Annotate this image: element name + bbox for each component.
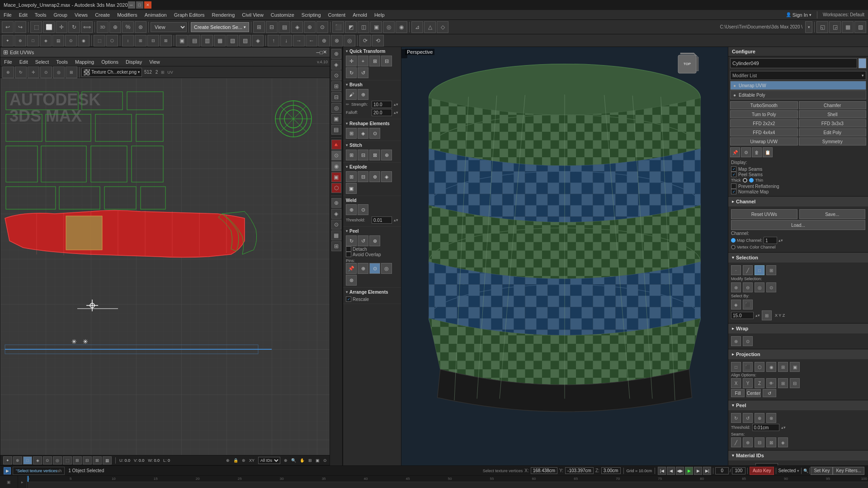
mod-btn-shell[interactable]: Shell <box>799 110 867 118</box>
grow-sel-icon[interactable]: ⊕ <box>731 282 741 292</box>
mod-settings-icon[interactable]: ⚙ <box>741 147 751 157</box>
menu-views[interactable]: Views <box>71 11 91 19</box>
tb-icon4[interactable]: ◈ <box>291 21 303 33</box>
li-btn1[interactable]: ⊕ <box>331 49 341 59</box>
sel-edge-icon[interactable]: ╱ <box>743 265 753 275</box>
scale-btn[interactable]: ⟺ <box>81 21 93 33</box>
falloff-spinner[interactable]: ▴▾ <box>394 110 398 115</box>
sel-by-sm-icon[interactable]: ◈ <box>731 300 741 310</box>
explode-header[interactable]: ▾ Explode <box>346 164 398 169</box>
arrange-header[interactable]: ▾ Arrange Elements <box>346 290 398 295</box>
map-channel-spinner[interactable]: ▴▾ <box>778 238 783 243</box>
tb-icon1[interactable]: ⊞ <box>253 21 265 33</box>
tb2-btn17[interactable]: ▦ <box>214 35 226 47</box>
peel-detach-cb[interactable] <box>346 246 351 252</box>
li-btn8[interactable]: ▤ <box>331 125 341 135</box>
rescale-cb[interactable]: ✓ <box>346 296 351 302</box>
texture-selector[interactable]: Texture Ch...ecker.png ▾ <box>81 68 142 77</box>
tb2-btn1[interactable]: ✦ <box>2 35 14 47</box>
li-bot5[interactable]: ⊞ <box>331 241 341 251</box>
li-mat5[interactable]: ⬡ <box>331 183 341 193</box>
proj-box-icon[interactable]: ⬛ <box>743 362 753 372</box>
menu-file[interactable]: File <box>0 11 15 19</box>
menu-modifiers[interactable]: Modifiers <box>113 11 141 19</box>
pb-last[interactable]: ▶| <box>703 467 711 475</box>
weld-spinner[interactable]: ▴▾ <box>394 218 398 222</box>
tb-icon12[interactable]: ◉ <box>396 21 407 33</box>
li-bot3[interactable]: ⊙ <box>331 220 341 230</box>
wrap-icon1[interactable]: ⊕ <box>731 336 741 346</box>
uv-tool1[interactable]: ✦ <box>3 456 12 465</box>
uv-tool6[interactable]: ◎ <box>53 456 62 465</box>
align-icons5[interactable]: ⊟ <box>790 378 800 388</box>
uv-tb-btn6[interactable]: ⊞ <box>66 66 77 78</box>
proj-sph-icon[interactable]: ◉ <box>766 362 776 372</box>
uv-canvas[interactable]: AUTODESK 3DS MAX <box>0 78 330 465</box>
uv-tool8[interactable]: ⊞ <box>73 456 82 465</box>
reshape-icon3[interactable]: ⊙ <box>369 128 380 139</box>
uv-tool9[interactable]: ⊟ <box>83 456 92 465</box>
tb2-btn5[interactable]: ▤ <box>52 35 64 47</box>
uv-minimize-btn[interactable]: ─ <box>316 50 320 55</box>
menu-create[interactable]: Create <box>91 11 113 19</box>
peel-icon3[interactable]: ⊕ <box>369 235 380 246</box>
tb2-btn24[interactable]: ← <box>306 35 317 47</box>
tb2-btn10[interactable]: ↕ <box>122 35 134 47</box>
close-btn[interactable]: ✕ <box>144 1 151 9</box>
li-mat3[interactable]: ◉ <box>331 161 341 171</box>
li-mat2[interactable]: ⊙ <box>331 150 341 160</box>
mod-btn-ffd3[interactable]: FFD 3x3x3 <box>799 119 867 127</box>
tb-icon3[interactable]: ▤ <box>278 21 290 33</box>
tb2-btn19[interactable]: ▨ <box>239 35 251 47</box>
align-y-icon[interactable]: Y <box>743 378 753 388</box>
loop-sel-icon[interactable]: ⊙ <box>766 282 776 292</box>
angle-snap-btn[interactable]: ⊕ <box>109 21 121 33</box>
li-bot2[interactable]: ◈ <box>331 209 341 219</box>
menu-customize[interactable]: Customize <box>267 11 298 19</box>
projection-header[interactable]: ▸ Projection <box>728 349 868 359</box>
tb2-btn23[interactable]: → <box>293 35 305 47</box>
mod-btn-unwrap[interactable]: Unwrap UVW <box>730 137 798 145</box>
peel-avoid-overlap-check[interactable]: Avoid Overlap <box>346 252 398 257</box>
timeline-track[interactable]: 0 5 10 15 20 25 30 35 40 45 50 55 60 65 … <box>27 476 868 488</box>
prevent-refl-cb[interactable] <box>731 183 736 189</box>
qt-icon4[interactable]: ⊟ <box>381 56 392 66</box>
reset-uvws-btn[interactable]: Reset UVWs <box>731 209 797 219</box>
uv-tb-btn2[interactable]: ↻ <box>15 66 27 78</box>
map-seams-cb[interactable]: ✓ <box>731 166 736 172</box>
peel-seam-icon3[interactable]: ⊟ <box>755 437 764 447</box>
strength-input[interactable] <box>372 101 392 108</box>
tb2-btn29[interactable]: ⟲ <box>372 35 384 47</box>
minimize-btn[interactable]: ─ <box>128 1 135 9</box>
peel-detach-check[interactable]: Detach <box>346 246 398 252</box>
pin-icon2[interactable]: ⊕ <box>358 263 368 274</box>
proj-shrink-icon[interactable]: ⊞ <box>778 362 788 372</box>
uv-tool5[interactable]: ⊙ <box>43 456 52 465</box>
uv-menu-options[interactable]: Options <box>98 58 122 66</box>
uv-bottom-icons[interactable]: ⊕ <box>284 458 288 463</box>
select-region-btn[interactable]: ⬜ <box>43 21 55 33</box>
map-channel-radio[interactable]: Map Channel: ▴▾ <box>731 237 783 244</box>
reset-proj-btn[interactable]: ↺ <box>763 389 776 397</box>
peel-rp-icon2[interactable]: ↺ <box>743 413 753 423</box>
save-btn[interactable]: Save... <box>799 209 866 219</box>
modifier-editable-poly[interactable]: ● Editable Poly <box>730 90 866 99</box>
menu-scripting[interactable]: Scripting <box>298 11 325 19</box>
peel-thresh-spinner[interactable]: ▴▾ <box>781 425 786 430</box>
tb-icon2[interactable]: ⊟ <box>266 21 278 33</box>
spinner-snap-btn[interactable]: ⊛ <box>135 21 146 33</box>
reshape-header[interactable]: ▾ Reshape Elements <box>346 121 398 126</box>
pb-play-back[interactable]: ◀▶ <box>676 467 684 475</box>
stitch-icon3[interactable]: ⊠ <box>369 150 380 160</box>
li-btn7[interactable]: ▣ <box>331 114 341 124</box>
proj-planar-icon[interactable]: □ <box>731 362 741 372</box>
li-btn3[interactable]: ⊙ <box>331 70 341 80</box>
proj-cyl-icon[interactable]: ⬡ <box>755 362 764 372</box>
sel-threshold-input[interactable] <box>731 312 754 319</box>
color-swatch[interactable] <box>859 58 866 68</box>
li-bot4[interactable]: ▦ <box>331 230 341 240</box>
uv-icon-uv[interactable]: UV <box>166 70 174 75</box>
center-btn[interactable]: Center <box>746 389 761 397</box>
mod-btn-edit-poly[interactable]: Edit Poly <box>799 128 867 136</box>
stitch-header[interactable]: ▾ Stitch <box>346 143 398 148</box>
